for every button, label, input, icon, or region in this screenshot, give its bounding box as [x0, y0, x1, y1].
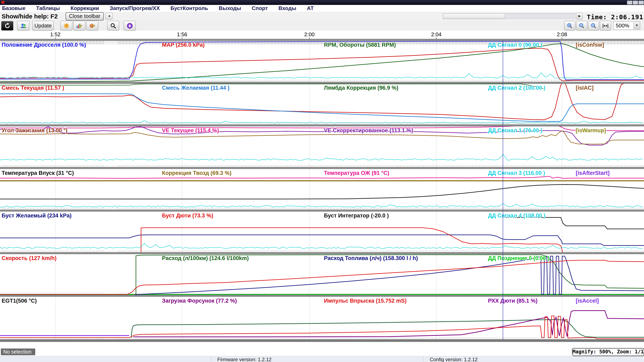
- series-label: VE Текущее (115.4 %): [162, 127, 219, 134]
- window-maximize-button[interactable]: [633, 0, 638, 4]
- menu-item-8[interactable]: Входы: [278, 5, 296, 11]
- zoom-level-select[interactable]: 500% ▼: [614, 21, 640, 30]
- chart-canvas-1[interactable]: [0, 41, 644, 82]
- trace-3-4: [0, 154, 643, 160]
- zoom-level-value: 500%: [614, 22, 634, 29]
- menu-item-2[interactable]: Таблицы: [36, 5, 60, 11]
- menu-item-3[interactable]: Коррекции: [70, 5, 99, 11]
- trace-5-2: [141, 228, 562, 252]
- trace-6-3: [134, 256, 644, 295]
- series-label: [isAccel]: [576, 298, 599, 304]
- chevron-down-icon[interactable]: ▼: [634, 22, 640, 29]
- trace-5-4: [0, 243, 643, 249]
- chart-edit-button[interactable]: [74, 21, 85, 30]
- chart-canvas-2[interactable]: [0, 84, 644, 125]
- chart-canvas-3[interactable]: [0, 126, 644, 167]
- trace-1-1: [0, 41, 644, 80]
- download-button[interactable]: [124, 21, 136, 30]
- menu-item-7[interactable]: Спорт: [252, 5, 268, 11]
- minor-tick-ruler-bottom: [0, 122, 644, 125]
- selection-row: No selection Magnify: 500%, Zoom: 1/1: [0, 348, 644, 356]
- search-icon: [110, 22, 116, 29]
- series-label: Буст Желаемый (234 kPa): [2, 212, 72, 219]
- sync-button[interactable]: [1, 21, 13, 30]
- trace-4-4: [0, 203, 643, 207]
- menu-item-6[interactable]: Выходы: [219, 5, 241, 11]
- help-label: Show/hide help: F2: [2, 13, 58, 20]
- collapse-arrow-button[interactable]: ◄: [106, 13, 113, 19]
- status-bar: Firmware version: 1.2.12 Config version:…: [0, 356, 644, 362]
- series-label: Расход Топлива (л/ч) (158.300 l / h): [324, 255, 418, 261]
- chart-panel-5[interactable]: Буст Желаемый (234 kPa)Буст Дюти (73.3 %…: [0, 211, 644, 252]
- config-version: Config version: 1.2.12: [430, 357, 478, 362]
- settings-button[interactable]: [60, 21, 72, 30]
- series-label: [isIAC]: [576, 85, 594, 91]
- time-tick-mark: [309, 37, 310, 39]
- panel-separator: [0, 252, 644, 254]
- scroll-right-button[interactable]: ▶: [576, 13, 583, 19]
- time-tick-label: 1:56: [177, 31, 188, 38]
- app-icon: [1, 1, 4, 4]
- playback-cursor[interactable]: [503, 41, 503, 340]
- series-label: Температура ОЖ (91 °C): [324, 170, 389, 176]
- chart-panel-7[interactable]: EGT1(506 °C)Загрузка Форсунок (77.2 %)Им…: [0, 297, 644, 340]
- zoom-selection-button[interactable]: [588, 21, 599, 30]
- series-label: VE Скорректированное (113.1 %): [324, 127, 413, 134]
- series-label: ДД Сигнал 1 (76.00 ): [488, 127, 542, 134]
- help-row: Show/hide help: F2 Close toolbar ◄ ▶ Tim…: [0, 12, 644, 21]
- chart-panel-4[interactable]: Температура Впуск (31 °C)Коррекция Твозд…: [0, 169, 644, 210]
- zoom-in-icon: [566, 22, 573, 29]
- series-label: [isWarmup]: [576, 127, 606, 134]
- timeline-scrollbar[interactable]: [443, 13, 576, 19]
- chart-panel-2[interactable]: Смесь Текущая (11.57 )Смесь Желаемая (11…: [0, 84, 644, 125]
- firmware-version: Firmware version: 1.2.12: [217, 357, 272, 362]
- palette-button[interactable]: [86, 21, 98, 30]
- series-label: Лямбда Коррекция (96.9 %): [324, 85, 398, 91]
- panel-separator: [0, 295, 644, 297]
- menu-item-4[interactable]: Запуск/Прогрев/ХХ: [110, 5, 160, 11]
- panel-separator: [0, 210, 644, 211]
- time-tick-label: 1:52: [50, 31, 61, 38]
- search-button[interactable]: [107, 21, 119, 30]
- palette-edit-icon: [89, 22, 96, 29]
- chart-panel-1[interactable]: Положение Дросселя (100.0 %)MAP (256.0 k…: [0, 41, 644, 82]
- trace-1-4: [0, 73, 643, 78]
- fit-width-button[interactable]: [600, 21, 611, 30]
- zoom-out-button[interactable]: [576, 21, 587, 30]
- selection-status-badge: No selection: [1, 349, 35, 355]
- chart-canvas-7[interactable]: [0, 297, 644, 340]
- time-tick-label: 2:04: [431, 31, 442, 38]
- chart-canvas-4[interactable]: [0, 169, 644, 210]
- chart-canvas-5[interactable]: [0, 211, 644, 252]
- chart-panel-3[interactable]: Угол Зажигания (13.00 °)VE Текущее (115.…: [0, 126, 644, 167]
- trace-2-1: [0, 84, 543, 89]
- bottom-strip: [0, 342, 644, 348]
- window-minimize-button[interactable]: [627, 0, 632, 4]
- trace-3-1: [0, 126, 644, 131]
- panel-separator: [0, 39, 644, 41]
- users-icon: [20, 22, 27, 29]
- time-tick-label: 2:00: [304, 31, 315, 38]
- bottom-separator: [0, 340, 644, 342]
- menu-item-5[interactable]: БустКонтроль: [170, 5, 208, 11]
- menu-item-9[interactable]: АТ: [307, 5, 314, 11]
- update-button[interactable]: Update: [32, 21, 54, 30]
- trace-4-1: [0, 176, 644, 178]
- gear-icon: [63, 22, 70, 29]
- series-label: Расход (л/100км) (124.6 l/100km): [162, 255, 249, 261]
- trace-4-3: [0, 184, 644, 199]
- chart-panel-6[interactable]: Скорость (127 km/h)Расход (л/100км) (124…: [0, 254, 644, 295]
- close-toolbar-button[interactable]: Close toolbar: [66, 12, 104, 20]
- series-label: Буст Интегратор (-20.0 ): [324, 212, 389, 219]
- series-label: РХХ Дюти (85.1 %): [488, 298, 538, 304]
- window-close-button[interactable]: [638, 0, 644, 4]
- panel-separator: [0, 167, 644, 169]
- users-button[interactable]: [17, 21, 29, 30]
- series-label: ДД Сигнал 3 (116.00 ): [488, 170, 545, 176]
- series-label: [isConfsw]: [576, 42, 604, 48]
- timeline-scrollbar-thumb[interactable]: [443, 13, 505, 19]
- menu-item-1[interactable]: Базовые: [2, 5, 26, 11]
- time-tick-mark: [436, 37, 436, 39]
- toolbar: 500% ▼ Update: [0, 20, 644, 31]
- zoom-in-button[interactable]: [564, 21, 575, 30]
